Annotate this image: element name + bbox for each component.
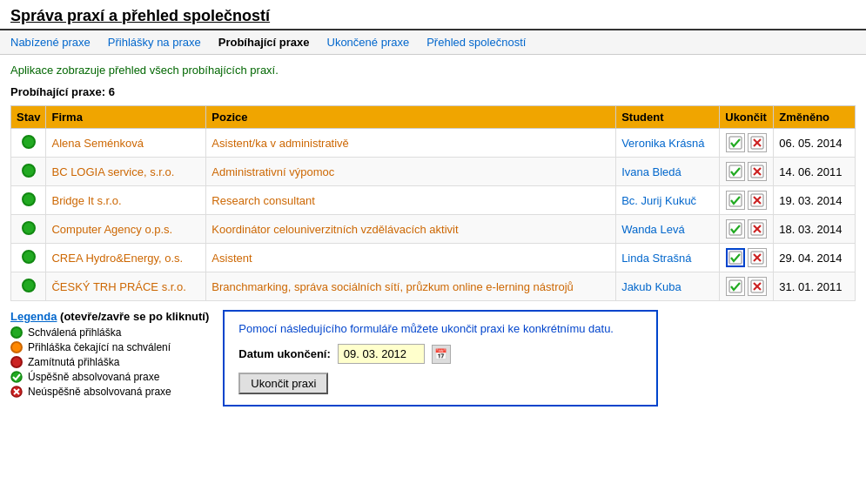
nav-probiha[interactable]: Probíhající praxe	[218, 36, 310, 49]
student-cell[interactable]: Bc. Jurij Kukuč	[616, 186, 720, 215]
company-link[interactable]: Bridge It s.r.o.	[51, 194, 121, 207]
position-text: Research consultant	[211, 194, 315, 207]
company-cell[interactable]: Computer Agency o.p.s.	[46, 215, 206, 244]
student-link[interactable]: Veronika Krásná	[621, 137, 704, 150]
student-cell[interactable]: Ivana Bledá	[616, 158, 720, 186]
delete-button[interactable]	[748, 133, 767, 152]
company-link[interactable]: BC LOGIA service, s.r.o.	[51, 165, 174, 178]
company-cell[interactable]: Bridge It s.r.o.	[46, 186, 206, 215]
col-zmeneno: Změněno	[774, 106, 856, 129]
popup-box: Pomocí následujícího formuláře můžete uk…	[223, 310, 658, 407]
nav-bar: Nabízené praxe Přihlášky na praxe Probíh…	[0, 30, 866, 55]
student-cell[interactable]: Veronika Krásná	[616, 129, 720, 158]
delete-button[interactable]	[748, 191, 767, 210]
actions-cell	[720, 158, 774, 186]
position-cell: Asistent	[206, 244, 616, 272]
position-text: Koordinátor celouniverzitních vzdělávací…	[211, 223, 458, 236]
form-row: Datum ukončení: 📅	[238, 344, 642, 364]
table-row: Alena SeménkováAsistent/ka v administrat…	[11, 129, 856, 158]
status-cell	[11, 272, 46, 301]
delete-button[interactable]	[748, 277, 767, 296]
student-link[interactable]: Wanda Levá	[621, 223, 685, 236]
date-cell: 29. 04. 2014	[774, 244, 856, 272]
status-dot	[22, 250, 36, 264]
edit-button[interactable]	[726, 133, 745, 152]
nav-prihlasky[interactable]: Přihlášky na praxe	[108, 36, 201, 49]
internships-table: Stav Firma Pozice Student Ukončit Změněn…	[10, 105, 856, 301]
position-cell: Administrativní výpomoc	[206, 158, 616, 186]
student-link[interactable]: Jakub Kuba	[621, 280, 681, 293]
position-text: Asistent	[211, 252, 252, 265]
delete-button[interactable]	[748, 248, 767, 267]
nav-prehled[interactable]: Přehled společností	[426, 36, 526, 49]
legend-item-pending: Přihláška čekající na schválení	[10, 341, 209, 353]
position-cell: Research consultant	[206, 186, 616, 215]
table-row: CREA Hydro&Energy, o.s.AsistentLinda Str…	[11, 244, 856, 272]
page-title: Správa praxí a přehled společností	[10, 7, 856, 25]
col-ukoncit: Ukončit	[720, 106, 774, 129]
student-cell[interactable]: Wanda Levá	[616, 215, 720, 244]
company-cell[interactable]: BC LOGIA service, s.r.o.	[46, 158, 206, 186]
status-dot	[22, 192, 36, 206]
edit-button[interactable]	[726, 277, 745, 296]
info-text: Aplikace zobrazuje přehled všech probíha…	[10, 64, 856, 77]
status-cell	[11, 186, 46, 215]
position-cell: Asistent/ka v administrativě	[206, 129, 616, 158]
legend-title: Legenda (otevře/zavře se po kliknutí)	[10, 310, 209, 323]
table-row: BC LOGIA service, s.r.o.Administrativní …	[11, 158, 856, 186]
col-firma: Firma	[46, 106, 206, 129]
legend-dot-red	[10, 356, 23, 368]
delete-button[interactable]	[748, 162, 767, 181]
company-link[interactable]: CREA Hydro&Energy, o.s.	[51, 252, 183, 265]
student-link[interactable]: Bc. Jurij Kukuč	[621, 194, 696, 207]
edit-button[interactable]	[726, 191, 745, 210]
actions-cell	[720, 186, 774, 215]
student-link[interactable]: Linda Strašná	[621, 252, 691, 265]
date-input[interactable]	[338, 344, 425, 364]
position-cell: Branchmarking, správa sociálních sítí, p…	[206, 272, 616, 301]
actions-cell	[720, 129, 774, 158]
company-cell[interactable]: CREA Hydro&Energy, o.s.	[46, 244, 206, 272]
edit-button[interactable]	[726, 248, 745, 267]
legend-item-fail: Neúspěšně absolvovaná praxe	[10, 386, 209, 398]
actions-cell	[720, 272, 774, 301]
position-cell: Koordinátor celouniverzitních vzdělávací…	[206, 215, 616, 244]
date-cell: 31. 01. 2011	[774, 272, 856, 301]
table-row: Computer Agency o.p.s.Koordinátor celoun…	[11, 215, 856, 244]
position-text: Administrativní výpomoc	[211, 165, 334, 178]
company-link[interactable]: Alena Seménková	[51, 137, 144, 150]
student-link[interactable]: Ivana Bledá	[621, 165, 681, 178]
student-cell[interactable]: Jakub Kuba	[616, 272, 720, 301]
company-cell[interactable]: ČESKÝ TRH PRÁCE s.r.o.	[46, 272, 206, 301]
edit-button[interactable]	[726, 219, 745, 239]
legend-dot-orange	[10, 341, 23, 353]
nav-nabizene[interactable]: Nabízené praxe	[10, 36, 91, 49]
delete-button[interactable]	[748, 219, 767, 239]
edit-button[interactable]	[726, 162, 745, 181]
nav-ukoncene[interactable]: Ukončené praxe	[327, 36, 410, 49]
table-row: ČESKÝ TRH PRÁCE s.r.o.Branchmarking, spr…	[11, 272, 856, 301]
legend-box: Legenda (otevře/zavře se po kliknutí) Sc…	[10, 310, 209, 400]
status-cell	[11, 215, 46, 244]
company-cell[interactable]: Alena Seménková	[46, 129, 206, 158]
count-label: Probíhající praxe: 6	[10, 85, 856, 98]
calendar-icon[interactable]: 📅	[432, 345, 451, 364]
main-content: Aplikace zobrazuje přehled všech probíha…	[0, 55, 866, 415]
student-cell[interactable]: Linda Strašná	[616, 244, 720, 272]
legend-toggle[interactable]: Legenda	[10, 310, 57, 323]
actions-cell	[720, 215, 774, 244]
company-link[interactable]: ČESKÝ TRH PRÁCE s.r.o.	[51, 280, 185, 293]
legend-item-approved: Schválená přihláška	[10, 326, 209, 339]
actions-cell	[720, 244, 774, 272]
table-row: Bridge It s.r.o.Research consultantBc. J…	[11, 186, 856, 215]
col-stav: Stav	[11, 106, 46, 129]
legend-item-success: Úspěšně absolvovaná praxe	[10, 371, 209, 383]
legend-icon-success	[10, 371, 23, 383]
form-submit-row: Ukončit praxi	[238, 373, 642, 394]
company-link[interactable]: Computer Agency o.p.s.	[51, 223, 172, 236]
position-text: Asistent/ka v administrativě	[211, 137, 349, 150]
legend-dot-green	[10, 326, 23, 339]
submit-button[interactable]: Ukončit praxi	[238, 373, 328, 394]
col-pozice: Pozice	[206, 106, 616, 129]
status-dot	[22, 221, 36, 235]
